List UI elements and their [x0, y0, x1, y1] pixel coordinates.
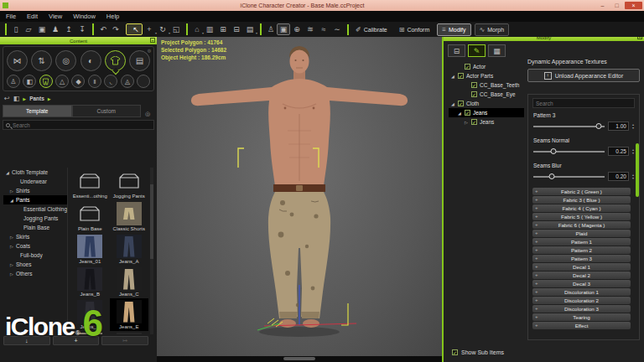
category-cloth-icon[interactable]: [105, 50, 126, 71]
scene-tree-item[interactable]: ◢ ✓ Actor Parts: [449, 71, 524, 80]
expander-icon[interactable]: ▷: [9, 244, 14, 249]
toolbar-icon[interactable]: ▥: [203, 23, 216, 35]
tree-item[interactable]: Full-body: [3, 251, 67, 260]
toolbar-icon[interactable]: ▣: [277, 23, 290, 35]
content-action-button[interactable]: ↦: [101, 336, 148, 345]
thumbnail-item[interactable]: Jeans_C: [110, 266, 149, 298]
expand-icon[interactable]: +: [535, 230, 538, 235]
texture-section-bar[interactable]: + Discoloration 1: [532, 288, 631, 296]
toolbar-icon[interactable]: ↻: [156, 23, 169, 35]
menu-item[interactable]: Window: [73, 13, 96, 20]
tree-item[interactable]: ◢ Cloth Template: [3, 168, 67, 177]
thumbnail-item[interactable]: Plain Base: [70, 200, 110, 233]
texture-section-bar[interactable]: + Fabric 6 ( Magenta ): [532, 221, 631, 229]
expand-icon[interactable]: +: [535, 281, 538, 286]
show-sub-items-checkbox[interactable]: ✓: [452, 349, 458, 355]
viewport-3d[interactable]: Project Polygon : 41764Selected Polygon …: [157, 37, 442, 362]
texture-section-bar[interactable]: + Decal 2: [532, 272, 631, 279]
slider-knob[interactable]: [549, 173, 555, 179]
expander-icon[interactable]: ▷: [9, 189, 14, 194]
expand-icon[interactable]: +: [535, 214, 538, 219]
maximize-button[interactable]: □: [610, 2, 623, 9]
search-input[interactable]: [13, 122, 151, 128]
toolbar-action-button[interactable]: ∿ Morph: [475, 23, 510, 36]
toolbar-icon[interactable]: ≋: [304, 23, 317, 35]
tree-item[interactable]: ▷ Coats: [3, 241, 67, 251]
thumbnail-item[interactable]: Jogging Pants: [110, 168, 149, 200]
texture-section-bar[interactable]: + Fabric 3 ( Blue ): [532, 196, 631, 204]
expander-icon[interactable]: ◢: [5, 170, 10, 175]
thumbnail-item[interactable]: Jeans_D: [70, 298, 110, 331]
toolbar-icon[interactable]: ♙: [260, 23, 277, 35]
expand-icon[interactable]: +: [535, 189, 538, 194]
subcategory-shoes-icon[interactable]: ◟: [104, 75, 117, 88]
tree-item[interactable]: Underwear: [3, 177, 67, 186]
thumbnail-item[interactable]: Old_Jeans: [110, 331, 149, 334]
toolbar-icon[interactable]: ↶: [92, 23, 109, 35]
expander-icon[interactable]: ◢: [450, 101, 455, 106]
category-gloves-icon[interactable]: ⇅: [31, 50, 52, 71]
texture-search-input[interactable]: [536, 101, 631, 106]
menu-item[interactable]: File: [6, 13, 16, 20]
slider-value[interactable]: 1.00: [608, 122, 629, 131]
toolbar-icon[interactable]: ▱: [22, 23, 35, 35]
thumbnail-item[interactable]: Jeans_01: [70, 233, 110, 266]
toolbar-icon[interactable]: ↷: [109, 23, 122, 35]
visibility-checkbox[interactable]: ✓: [471, 82, 477, 88]
slider-value[interactable]: 0.20: [608, 172, 629, 181]
expander-icon[interactable]: ▷: [9, 272, 14, 277]
subcategory-fullbody-icon[interactable]: ♙: [7, 75, 20, 88]
expand-icon[interactable]: +: [535, 205, 538, 210]
tab-custom[interactable]: Custom: [72, 105, 142, 117]
category-underwear-icon[interactable]: ⋈: [7, 50, 28, 71]
expand-icon[interactable]: +: [535, 272, 538, 277]
unload-appearance-button[interactable]: ↑ Unload Appearance Editor: [527, 69, 640, 82]
toolbar-icon[interactable]: ◱: [169, 23, 183, 35]
tree-item[interactable]: ▷ Shoes: [3, 260, 67, 269]
subcategory-shirt-icon[interactable]: ◧: [23, 75, 36, 88]
toolbar-action-button[interactable]: ≡ Modify: [437, 23, 470, 36]
texture-section-bar[interactable]: + Pattern 3: [532, 255, 631, 262]
slider-value[interactable]: 0.25: [608, 147, 629, 156]
toolbar-icon[interactable]: ≈: [317, 23, 330, 35]
content-action-button[interactable]: ↓: [3, 336, 50, 345]
content-action-button[interactable]: +: [53, 336, 100, 345]
modify-tab[interactable]: ✎: [468, 44, 486, 57]
toolbar-icon[interactable]: +: [143, 23, 156, 35]
expand-icon[interactable]: +: [535, 297, 538, 303]
timeline-handle[interactable]: [283, 357, 315, 360]
slider-track[interactable]: [533, 151, 605, 153]
subcategory-skirt-icon[interactable]: △: [55, 75, 69, 88]
expand-icon[interactable]: +: [535, 239, 538, 244]
category-accessory-icon[interactable]: ▤: [129, 50, 150, 71]
expand-icon[interactable]: +: [535, 256, 538, 261]
category-head-icon[interactable]: ◐: [80, 50, 101, 71]
tab-template[interactable]: Template: [3, 105, 72, 117]
expand-icon[interactable]: +: [535, 222, 538, 227]
spin-down-icon[interactable]: ▾: [632, 127, 634, 130]
toolbar-icon[interactable]: ▤: [243, 23, 257, 35]
tree-item[interactable]: Plain Base: [3, 223, 67, 232]
subcategory-coat-icon[interactable]: ◆: [71, 75, 85, 88]
expand-icon[interactable]: +: [535, 323, 538, 328]
thumbnail-item[interactable]: Essenti...othing: [70, 168, 110, 200]
expander-icon[interactable]: ◢: [450, 74, 455, 79]
toolbar-icon[interactable]: ▯: [5, 23, 22, 35]
toolbar-icon[interactable]: ⊞: [216, 23, 230, 35]
sections-scrollbar[interactable]: [636, 143, 639, 197]
toolbar-action-button[interactable]: ⊞ Conform: [395, 24, 434, 35]
expand-icon[interactable]: +: [535, 197, 538, 202]
menu-item[interactable]: Edit: [27, 13, 38, 20]
expander-icon[interactable]: ▷: [9, 235, 14, 240]
slider-knob[interactable]: [550, 148, 556, 154]
toolbar-icon[interactable]: ↧: [75, 23, 89, 35]
breadcrumb-path[interactable]: Pants: [29, 96, 44, 101]
content-scrollbar[interactable]: [150, 168, 153, 334]
scene-tree-item[interactable]: ▷ ✓ Jeans: [449, 117, 524, 127]
tab-options-icon[interactable]: ◎: [141, 111, 154, 117]
expand-icon[interactable]: +: [535, 314, 538, 319]
slider-track[interactable]: [533, 176, 605, 178]
texture-section-bar[interactable]: + Pattern 2: [532, 246, 631, 254]
scene-tree-item[interactable]: ◢ ✓ Jeans: [449, 108, 524, 117]
panel-menu-icon[interactable]: ▾: [150, 38, 155, 43]
